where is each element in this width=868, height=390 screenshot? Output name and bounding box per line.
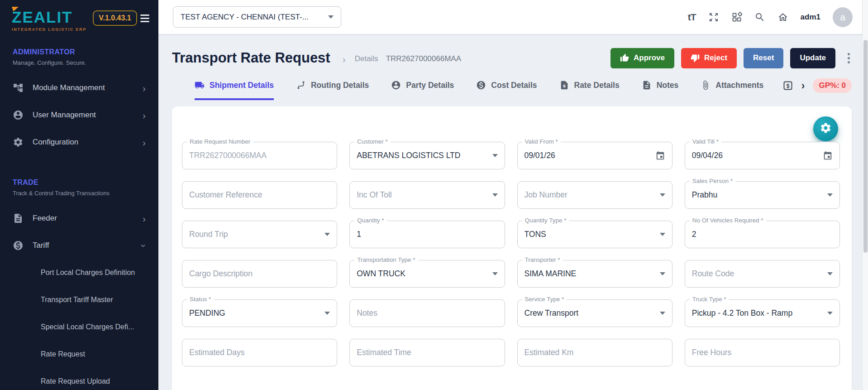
field-transportation-type[interactable]: Transportation Type *OWN TRUCK xyxy=(349,260,505,288)
document-icon xyxy=(13,213,24,224)
field-estimated-days[interactable]: Estimated Days xyxy=(182,339,337,366)
sidebar-subitem-rate-request[interactable]: Rate Request xyxy=(41,341,149,368)
sidebar: ZEALIT INTEGRATED LOGISTIC ERP V.1.0.43.… xyxy=(0,0,158,390)
tab-routing-details[interactable]: Routing Details xyxy=(296,80,369,100)
sidebar-subitem-special-local-charges-defi[interactable]: Special Local Charges Defi... xyxy=(41,313,149,341)
vertical-scrollbar[interactable] xyxy=(862,0,868,390)
sidebar-item-feeder[interactable]: Feeder› xyxy=(13,205,149,232)
field-placeholder: Estimated Time xyxy=(357,348,411,357)
settings-fab-button[interactable] xyxy=(813,116,838,141)
sidebar-item-user-management[interactable]: User Management› xyxy=(13,101,149,129)
field-label: Status * xyxy=(187,296,214,303)
sidebar-subitem-port-local-charges-definition[interactable]: Port Local Charges Definition xyxy=(41,259,149,286)
field-round-trip[interactable]: Round Trip xyxy=(182,221,337,248)
field-job-number[interactable]: Job Number xyxy=(517,181,672,209)
text-size-icon[interactable]: tT xyxy=(688,12,696,23)
sidebar-items: Feeder›Tariff›Port Local Charges Definit… xyxy=(13,205,149,390)
field-label: Rate Request Number xyxy=(187,138,253,145)
calendar-icon[interactable] xyxy=(823,151,833,161)
sidebar-item-label: Module Management xyxy=(33,83,105,92)
reject-button[interactable]: Reject xyxy=(681,48,737,68)
field-label: Transportation Type * xyxy=(354,256,418,263)
chevron-down-icon xyxy=(827,272,833,275)
chevron-down-icon xyxy=(492,272,498,275)
field-route-code[interactable]: Route Code xyxy=(685,260,840,288)
tab-notes[interactable]: Notes xyxy=(642,80,679,100)
field-value: Crew Transport xyxy=(525,308,579,318)
field-sales-person[interactable]: Sales Person *Prabhu xyxy=(685,181,840,209)
field-free-hours[interactable]: Free Hours xyxy=(685,339,840,366)
approve-button[interactable]: Approve xyxy=(610,48,674,68)
field-transporter[interactable]: Transporter *SIMA MARINE xyxy=(517,260,672,288)
field-customer-reference[interactable]: Customer Reference xyxy=(182,181,337,209)
sidebar-item-tariff[interactable]: Tariff› xyxy=(13,232,149,259)
scrollbar-thumb[interactable] xyxy=(863,40,868,253)
apps-grid-icon[interactable] xyxy=(731,12,742,23)
field-status[interactable]: Status *PENDING xyxy=(182,299,337,327)
field-valid-from[interactable]: Valid From *09/01/26 xyxy=(517,142,672,169)
avatar[interactable]: a xyxy=(833,7,853,27)
sidebar-item-label: Configuration xyxy=(33,138,78,147)
calendar-icon[interactable] xyxy=(655,151,665,161)
field-customer[interactable]: Customer *ABETRANS LOGISTICS LTD xyxy=(349,142,505,169)
field-placeholder: Cargo Description xyxy=(189,269,253,279)
brand-name: ZEALIT xyxy=(12,9,86,25)
field-cargo-description[interactable]: Cargo Description xyxy=(182,260,337,288)
tabs-scroll-right-button[interactable]: › xyxy=(801,81,805,91)
sidebar-subitem-transport-tariff-master[interactable]: Transport Tariff Master xyxy=(41,286,149,313)
field-label: Valid From * xyxy=(522,138,561,145)
svg-text:$: $ xyxy=(786,83,789,89)
field-label: Valid Till * xyxy=(690,138,721,145)
tab-party-details[interactable]: Party Details xyxy=(391,80,454,100)
username-label[interactable]: adm1 xyxy=(801,13,820,22)
more-actions-button[interactable] xyxy=(846,51,852,65)
tab-label: Shipment Details xyxy=(210,81,274,90)
reject-label: Reject xyxy=(704,53,727,63)
search-icon[interactable] xyxy=(754,12,765,23)
invoice-icon[interactable]: $ xyxy=(782,80,793,91)
field-placeholder: Estimated Km xyxy=(525,348,574,357)
field-value: ABETRANS LOGISTICS LTD xyxy=(357,151,460,160)
tab-label: Routing Details xyxy=(311,81,369,90)
field-value: OWN TRUCK xyxy=(357,269,405,279)
chevron-down-icon xyxy=(660,193,665,197)
hamburger-menu-icon[interactable] xyxy=(140,14,149,22)
field-rate-request-number[interactable]: Rate Request NumberTRR2627000066MAA xyxy=(182,142,337,169)
agency-select[interactable]: TEST AGENCY - CHENNAI (TEST-... xyxy=(173,6,341,28)
thumb-up-icon xyxy=(620,53,629,63)
field-label: Quantity Type * xyxy=(522,217,569,224)
tab-label: Notes xyxy=(657,81,679,90)
field-value: TRR2627000066MAA xyxy=(189,151,267,160)
field-truck-type[interactable]: Truck Type *Pickup - 4.2 Ton Box - Ramp xyxy=(685,299,840,327)
field-inc-of-toll[interactable]: Inc Of Toll xyxy=(349,181,505,209)
update-label: Update xyxy=(800,53,826,63)
field-estimated-km[interactable]: Estimated Km xyxy=(517,339,672,366)
field-value: PENDING xyxy=(189,308,225,318)
breadcrumb-record-id: TRR2627000066MAA xyxy=(386,54,461,63)
sidebar-subitem-rate-request-upload[interactable]: Rate Request Upload xyxy=(41,368,149,390)
field-estimated-time[interactable]: Estimated Time xyxy=(349,339,505,366)
reset-button[interactable]: Reset xyxy=(744,48,783,68)
tab-cost-details[interactable]: Cost Details xyxy=(476,80,537,100)
field-placeholder: Job Number xyxy=(525,190,568,200)
sidebar-items: Module Management›User Management›Config… xyxy=(13,74,149,156)
field-quantity[interactable]: Quantity *1 xyxy=(349,221,505,248)
gear-icon xyxy=(13,137,24,148)
sidebar-item-configuration[interactable]: Configuration› xyxy=(13,129,149,156)
person-icon xyxy=(391,80,401,90)
tab-shipment-details[interactable]: Shipment Details xyxy=(195,80,274,100)
field-quantity-type[interactable]: Quantity Type *TONS xyxy=(517,221,672,248)
approve-label: Approve xyxy=(634,53,665,63)
field-service-type[interactable]: Service Type *Crew Transport xyxy=(517,299,672,327)
tabs-right-controls: $ › GP%: 0 xyxy=(782,78,852,100)
tab-rate-details[interactable]: $Rate Details xyxy=(559,80,620,100)
field-valid-till[interactable]: Valid Till *09/04/26 xyxy=(685,142,840,169)
sidebar-section-title: ADMINISTRATOR xyxy=(13,48,149,56)
field-no-of-vehicles-required[interactable]: No Of Vehicles Required *2 xyxy=(685,221,840,248)
update-button[interactable]: Update xyxy=(790,48,835,68)
tab-attachments[interactable]: Attachments xyxy=(701,80,763,100)
sidebar-item-module-management[interactable]: Module Management› xyxy=(13,74,149,101)
home-icon[interactable] xyxy=(777,12,788,23)
fullscreen-icon[interactable] xyxy=(708,12,719,23)
field-notes[interactable]: Notes xyxy=(349,299,505,327)
